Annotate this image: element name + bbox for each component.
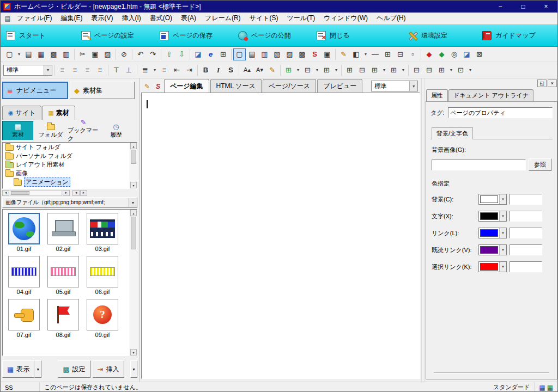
nav-page-save[interactable]: ページの保存 bbox=[160, 24, 213, 46]
tree-item-personal-folder[interactable]: パーソナル フォルダ bbox=[3, 151, 137, 160]
background-image-input[interactable] bbox=[432, 160, 526, 170]
image-disable-button[interactable]: ⊠ bbox=[473, 48, 486, 60]
insert-col-button[interactable]: ⊞ bbox=[387, 64, 400, 76]
tab-material-collection[interactable]: ◆ 素材集 bbox=[70, 82, 135, 99]
menu-table[interactable]: 表(A) bbox=[177, 13, 201, 24]
tree-item-animation[interactable]: アニメーション bbox=[3, 177, 137, 186]
browse-button[interactable]: 参照 bbox=[529, 158, 551, 171]
menu-window[interactable]: ウィンドウ(W) bbox=[319, 13, 372, 24]
menu-view[interactable]: 表示(V) bbox=[87, 13, 117, 24]
save-all-button[interactable]: ▩ bbox=[47, 48, 60, 60]
scroll-down-icon[interactable] bbox=[130, 182, 137, 188]
tab-page-source[interactable]: ページ/ソース bbox=[263, 79, 316, 93]
active-link-color-picker[interactable]: ▾ bbox=[478, 261, 507, 272]
undo-button[interactable]: ↶ bbox=[134, 48, 147, 60]
view-tag-list-button[interactable]: ▣ bbox=[321, 48, 333, 60]
close-button[interactable]: × bbox=[535, 1, 557, 13]
tab-nav-menu[interactable]: ≣ ナビメニュー bbox=[2, 82, 68, 99]
tree-item-images[interactable]: 画像 bbox=[3, 169, 137, 177]
paragraph-style-dropdown[interactable]: 標準 ▾ bbox=[371, 81, 418, 91]
file-item-07[interactable]: 07.gif bbox=[5, 299, 43, 338]
file-item-06[interactable]: 06.gif bbox=[83, 256, 122, 295]
redo-button[interactable]: ↷ bbox=[147, 48, 159, 60]
chevron-down-icon[interactable]: ▾ bbox=[44, 65, 52, 75]
page-download-button[interactable]: ⇩ bbox=[175, 48, 188, 60]
tool-history[interactable]: ◷ 履歴 bbox=[100, 121, 132, 140]
format-paint-button[interactable]: ⊘ bbox=[118, 48, 130, 60]
menu-format[interactable]: 書式(O) bbox=[145, 13, 177, 24]
close-panel-icon[interactable]: × bbox=[548, 79, 557, 87]
scroll-right-button[interactable]: ▸ bbox=[63, 190, 70, 196]
hr-button[interactable]: — bbox=[369, 48, 381, 60]
background-color-picker[interactable]: ▾ bbox=[478, 194, 507, 205]
split-cells-button[interactable]: ⊟ bbox=[356, 64, 368, 76]
font-size-down-button[interactable]: A▾ bbox=[253, 64, 266, 76]
menu-edit[interactable]: 編集(E) bbox=[56, 13, 87, 24]
italic-button[interactable]: I bbox=[212, 64, 225, 76]
scroll-track[interactable] bbox=[10, 190, 62, 196]
new-page-button[interactable]: ▢ bbox=[3, 48, 16, 60]
nav-page-publish[interactable]: ページの公開 bbox=[238, 24, 291, 46]
attributes-button[interactable]: ✎ bbox=[266, 64, 278, 76]
text-color-input[interactable] bbox=[510, 211, 542, 222]
open-button[interactable]: ▤ bbox=[22, 48, 35, 60]
cell-color-button[interactable]: ⊞ bbox=[435, 64, 448, 76]
insert-caret[interactable]: ▾ bbox=[130, 360, 137, 378]
chevron-down-icon[interactable]: ▾ bbox=[499, 228, 506, 238]
insert-col-caret[interactable]: ▾ bbox=[400, 64, 407, 76]
outer-border-caret[interactable]: ▾ bbox=[333, 64, 339, 76]
file-item-05[interactable]: 05.gif bbox=[44, 256, 82, 295]
insert-table-chart-button[interactable]: ⊞ bbox=[217, 48, 229, 60]
chevron-down-icon[interactable]: ▾ bbox=[499, 262, 506, 272]
rollover-image-button[interactable]: ◪ bbox=[460, 48, 473, 60]
view-preview-button[interactable]: ▧ bbox=[271, 48, 283, 60]
merge-cells-button[interactable]: ⊞ bbox=[343, 64, 356, 76]
border-button[interactable]: ⊟ bbox=[301, 64, 314, 76]
chevron-down-icon[interactable]: ▾ bbox=[499, 245, 506, 255]
text-color-picker[interactable]: ▾ bbox=[478, 211, 507, 222]
nav-page-settings[interactable]: ページの設定 bbox=[81, 24, 134, 46]
file-item-03[interactable]: 03.gif bbox=[83, 213, 122, 252]
browser-preview-button[interactable]: e bbox=[204, 48, 217, 60]
nav-guide-map[interactable]: ガイドマップ bbox=[482, 24, 536, 46]
insert-row-button[interactable]: ⊞ bbox=[368, 64, 381, 76]
font-size-up-button[interactable]: A▴ bbox=[241, 64, 253, 76]
view-caret[interactable]: ▾ bbox=[34, 360, 41, 378]
align-justify-button[interactable]: ≡ bbox=[94, 64, 106, 76]
view-button[interactable]: ▦ 表示 bbox=[2, 360, 34, 378]
align-center-button[interactable]: ≡ bbox=[69, 64, 81, 76]
outdent-button[interactable]: ⇤ bbox=[171, 64, 183, 76]
tool-bookmark[interactable]: ✎ ブックマーク bbox=[68, 121, 99, 140]
indent-button[interactable]: ⇥ bbox=[183, 64, 196, 76]
nav-preferences[interactable]: 環境設定 bbox=[408, 24, 447, 46]
theme-red-button[interactable]: ◆ bbox=[423, 48, 435, 60]
menu-site[interactable]: サイト(S) bbox=[245, 13, 283, 24]
subtab-material[interactable]: ▦ 素材 bbox=[42, 106, 75, 120]
copy-button[interactable]: ▣ bbox=[89, 48, 101, 60]
float-panel-icon[interactable]: ◱ bbox=[537, 79, 547, 87]
chevron-down-icon[interactable]: ▾ bbox=[409, 81, 417, 91]
file-item-02[interactable]: 02.gif bbox=[44, 213, 82, 252]
table-grid-button[interactable]: ⊞ bbox=[381, 48, 394, 60]
align-left-button[interactable]: ≡ bbox=[56, 64, 69, 76]
style-mark-icon[interactable]: S bbox=[153, 81, 163, 91]
view-page-edit-button[interactable]: ▢ bbox=[233, 48, 246, 60]
align-right-button[interactable]: ≡ bbox=[81, 64, 94, 76]
tree-scrollbar[interactable] bbox=[130, 143, 137, 188]
insert-row-caret[interactable]: ▾ bbox=[381, 64, 387, 76]
file-filter-dropdown[interactable]: 画像ファイル（gif;jpg;png;bmp;wmf;emf; ▾ bbox=[2, 197, 137, 208]
link-color-input[interactable] bbox=[510, 228, 542, 238]
view-outline-button[interactable]: ▩ bbox=[296, 48, 308, 60]
file-item-01[interactable]: 01.gif bbox=[5, 213, 43, 252]
outer-border-button[interactable]: ⊞ bbox=[320, 64, 333, 76]
font-color-button[interactable]: ◧ bbox=[350, 48, 362, 60]
insert-image-button[interactable]: ◪ bbox=[192, 48, 204, 60]
cut-button[interactable]: ✂ bbox=[76, 48, 89, 60]
tab-attributes[interactable]: 属性 bbox=[426, 89, 448, 101]
scroll-up-icon[interactable] bbox=[130, 210, 137, 216]
pane-collapse-button[interactable]: ◂ bbox=[72, 190, 80, 196]
file-item-09[interactable]: 09.gif bbox=[83, 299, 122, 338]
tab-preview[interactable]: プレビュー bbox=[317, 79, 362, 93]
insert-table-caret[interactable]: ▾ bbox=[295, 64, 301, 76]
scroll-down-icon[interactable] bbox=[130, 349, 137, 356]
